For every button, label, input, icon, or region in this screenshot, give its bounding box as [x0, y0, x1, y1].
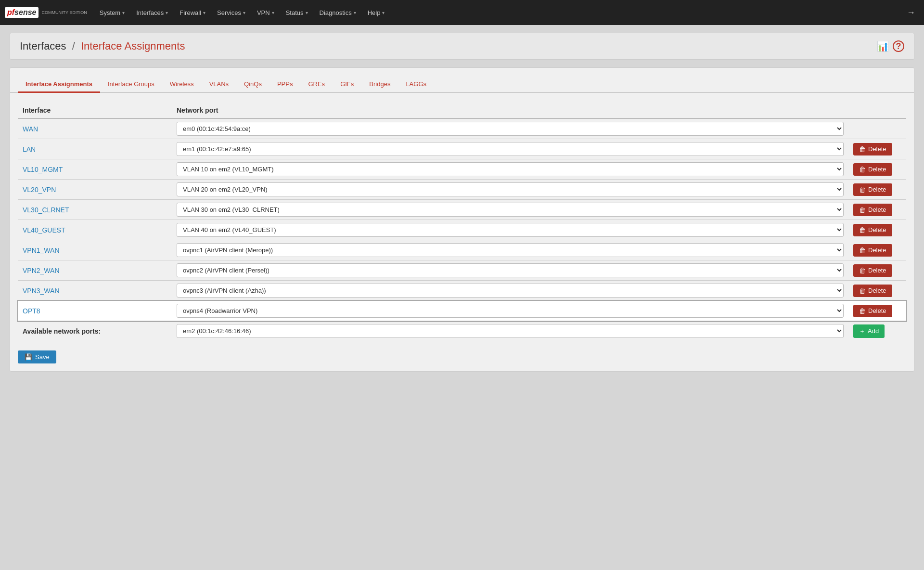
tab-interface-assignments[interactable]: Interface Assignments — [18, 77, 100, 93]
trash-icon: 🗑 — [859, 145, 866, 153]
port-select[interactable]: VLAN 40 on em2 (VL40_GUEST) — [177, 223, 844, 237]
delete-button[interactable]: 🗑Delete — [853, 183, 892, 196]
tab-gifs[interactable]: GIFs — [333, 77, 361, 93]
interface-link[interactable]: OPT8 — [23, 307, 40, 315]
logout-icon[interactable]: → — [903, 5, 919, 20]
delete-label: Delete — [868, 145, 886, 153]
add-label: Add — [868, 327, 879, 335]
interface-link[interactable]: VL10_MGMT — [23, 166, 63, 173]
table-row: VL10_MGMTVLAN 10 on em2 (VL10_MGMT)🗑Dele… — [18, 159, 906, 180]
interface-table: Interface Network port WANem0 (00:1c:42:… — [18, 103, 906, 341]
tab-ppps[interactable]: PPPs — [270, 77, 301, 93]
delete-button[interactable]: 🗑Delete — [853, 285, 892, 297]
chevron-down-icon: ▾ — [122, 10, 125, 15]
content-card: Interface Assignments Interface Groups W… — [10, 67, 914, 372]
tab-vlans[interactable]: VLANs — [202, 77, 236, 93]
help-icon[interactable]: ? — [893, 40, 904, 52]
trash-icon: 🗑 — [859, 307, 866, 315]
trash-icon: 🗑 — [859, 287, 866, 295]
available-port-select[interactable]: em2 (00:1c:42:46:16:46) — [177, 324, 844, 338]
delete-button[interactable]: 🗑Delete — [853, 264, 892, 277]
delete-label: Delete — [868, 267, 886, 274]
nav-diagnostics[interactable]: Diagnostics ▾ — [315, 6, 361, 19]
chevron-down-icon: ▾ — [382, 10, 385, 15]
port-select[interactable]: ovpnc2 (AirVPN client (Persei)) — [177, 263, 844, 277]
interface-link[interactable]: WAN — [23, 125, 38, 133]
tabs: Interface Assignments Interface Groups W… — [10, 68, 914, 93]
table-row: LANem1 (00:1c:42:e7:a9:65)🗑Delete — [18, 139, 906, 159]
chevron-down-icon: ▾ — [306, 10, 308, 15]
delete-label: Delete — [868, 246, 886, 254]
edition-label: COMMUNITY EDITION — [41, 10, 87, 15]
navbar: pfsense COMMUNITY EDITION System ▾ Inter… — [0, 0, 924, 25]
trash-icon: 🗑 — [859, 226, 866, 234]
nav-system[interactable]: System ▾ — [95, 6, 129, 19]
delete-label: Delete — [868, 186, 886, 193]
delete-button[interactable]: 🗑Delete — [853, 204, 892, 216]
trash-icon: 🗑 — [859, 186, 866, 194]
breadcrumb-parent[interactable]: Interfaces — [20, 40, 66, 52]
interface-link[interactable]: VL40_GUEST — [23, 226, 65, 234]
table-row: VPN1_WANovpnc1 (AirVPN client (Merope))🗑… — [18, 240, 906, 260]
save-icon: 💾 — [25, 353, 32, 361]
chevron-down-icon: ▾ — [272, 10, 274, 15]
nav-services[interactable]: Services ▾ — [212, 6, 250, 19]
nav-help[interactable]: Help ▾ — [363, 6, 390, 19]
table-row: VL20_VPNVLAN 20 on em2 (VL20_VPN)🗑Delete — [18, 180, 906, 200]
port-select[interactable]: VLAN 30 on em2 (VL30_CLRNET) — [177, 203, 844, 217]
save-button[interactable]: 💾 Save — [18, 350, 56, 363]
tab-interface-groups[interactable]: Interface Groups — [100, 77, 162, 93]
delete-label: Delete — [868, 206, 886, 213]
port-select[interactable]: em0 (00:1c:42:54:9a:ce) — [177, 122, 844, 136]
interface-link[interactable]: VL20_VPN — [23, 186, 56, 194]
table-row: VPN2_WANovpnc2 (AirVPN client (Persei))🗑… — [18, 260, 906, 281]
col-actions — [848, 103, 906, 118]
port-select[interactable]: VLAN 10 on em2 (VL10_MGMT) — [177, 162, 844, 176]
tab-wireless[interactable]: Wireless — [162, 77, 202, 93]
trash-icon: 🗑 — [859, 166, 866, 173]
available-ports-row: Available network ports:em2 (00:1c:42:46… — [18, 321, 906, 341]
nav-status[interactable]: Status ▾ — [281, 6, 313, 19]
breadcrumb: Interfaces / Interface Assignments — [20, 40, 185, 52]
interface-link[interactable]: VPN3_WAN — [23, 287, 60, 295]
tab-laggs[interactable]: LAGGs — [398, 77, 434, 93]
breadcrumb-current: Interface Assignments — [81, 40, 185, 52]
tab-gres[interactable]: GREs — [300, 77, 333, 93]
trash-icon: 🗑 — [859, 267, 866, 274]
delete-label: Delete — [868, 166, 886, 173]
delete-button[interactable]: 🗑Delete — [853, 305, 892, 317]
table-row: OPT8ovpns4 (Roadwarrior VPN)🗑Delete — [18, 301, 906, 321]
logo-sense: sense — [14, 8, 36, 16]
delete-button[interactable]: 🗑Delete — [853, 244, 892, 257]
table-row: VL30_CLRNETVLAN 30 on em2 (VL30_CLRNET)🗑… — [18, 200, 906, 220]
delete-button[interactable]: 🗑Delete — [853, 143, 892, 155]
tab-qinqs[interactable]: QinQs — [236, 77, 270, 93]
trash-icon: 🗑 — [859, 246, 866, 254]
nav-vpn[interactable]: VPN ▾ — [252, 6, 279, 19]
delete-button[interactable]: 🗑Delete — [853, 163, 892, 176]
save-label: Save — [35, 353, 50, 361]
interface-link[interactable]: LAN — [23, 145, 36, 153]
logo-pf: pf — [7, 8, 14, 16]
chevron-down-icon: ▾ — [166, 10, 168, 15]
interface-link[interactable]: VL30_CLRNET — [23, 206, 69, 214]
delete-label: Delete — [868, 307, 886, 314]
table-row: WANem0 (00:1c:42:54:9a:ce) — [18, 118, 906, 139]
interface-link[interactable]: VPN1_WAN — [23, 246, 60, 254]
interface-link[interactable]: VPN2_WAN — [23, 267, 60, 274]
port-select[interactable]: ovpnc3 (AirVPN client (Azha)) — [177, 284, 844, 298]
logo: pfsense — [5, 7, 38, 18]
port-select[interactable]: VLAN 20 on em2 (VL20_VPN) — [177, 182, 844, 196]
nav-firewall[interactable]: Firewall ▾ — [175, 6, 210, 19]
add-button[interactable]: ＋ Add — [853, 324, 885, 338]
nav-interfaces[interactable]: Interfaces ▾ — [131, 6, 173, 19]
port-select[interactable]: ovpnc1 (AirVPN client (Merope)) — [177, 243, 844, 257]
chart-icon[interactable]: 📊 — [877, 40, 889, 52]
tab-bridges[interactable]: Bridges — [361, 77, 398, 93]
plus-icon: ＋ — [859, 327, 865, 336]
brand: pfsense COMMUNITY EDITION — [5, 7, 87, 18]
port-select[interactable]: ovpns4 (Roadwarrior VPN) — [177, 304, 844, 318]
breadcrumb-separator: / — [72, 40, 75, 52]
port-select[interactable]: em1 (00:1c:42:e7:a9:65) — [177, 142, 844, 156]
delete-button[interactable]: 🗑Delete — [853, 224, 892, 236]
